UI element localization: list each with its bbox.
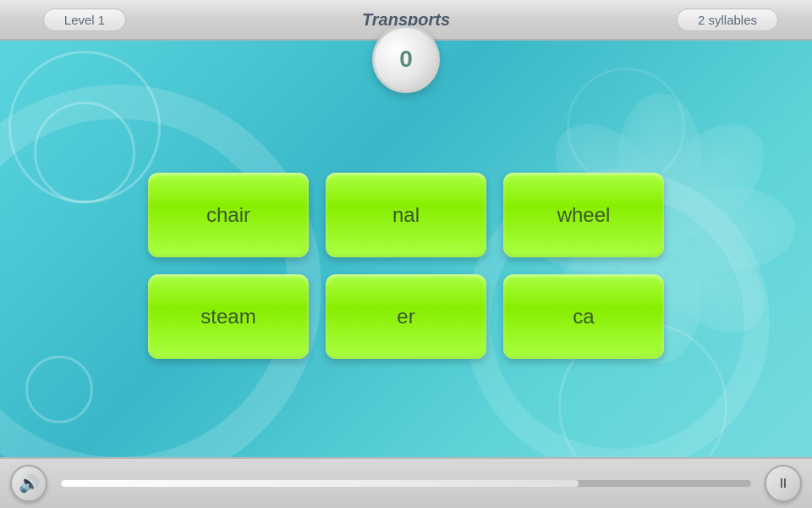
word-grid: chairnalwheelsteamerca (148, 173, 664, 359)
header-left: Level 1 (0, 8, 169, 31)
pause-icon: ⏸ (776, 476, 790, 491)
main-content: chairnalwheelsteamerca (0, 41, 812, 457)
btn-nal-button[interactable]: nal (326, 173, 486, 257)
bottom-bar: 🔊 ⏸ (0, 457, 812, 508)
btn-chair-button[interactable]: chair (148, 173, 309, 257)
volume-icon: 🔊 (19, 473, 40, 494)
progress-bar-fill (61, 480, 579, 487)
btn-wheel-button[interactable]: wheel (503, 173, 664, 257)
pause-button[interactable]: ⏸ (765, 465, 802, 502)
score-value: 0 (399, 46, 413, 73)
progress-bar-container (61, 480, 751, 487)
btn-steam-button[interactable]: steam (148, 274, 309, 359)
btn-ca-button[interactable]: ca (503, 274, 664, 359)
score-ball: 0 (372, 25, 440, 93)
header-right: 2 syllables (643, 8, 812, 31)
volume-button[interactable]: 🔊 (10, 465, 47, 502)
btn-er-button[interactable]: er (326, 274, 486, 359)
syllables-label: 2 syllables (677, 8, 778, 31)
level-label: Level 1 (43, 8, 126, 31)
